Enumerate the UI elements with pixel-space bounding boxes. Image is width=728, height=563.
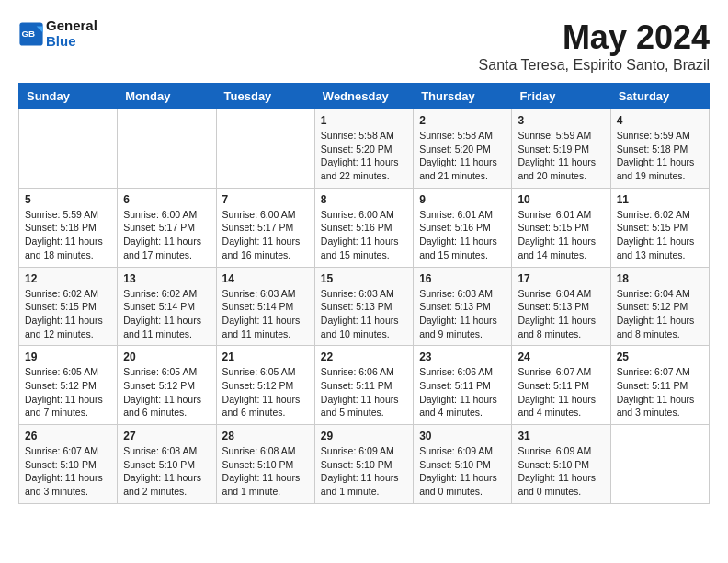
day-info: Sunrise: 6:02 AMSunset: 5:15 PMDaylight:…	[25, 287, 111, 341]
day-number: 9	[419, 193, 506, 206]
day-info: Sunrise: 6:07 AMSunset: 5:10 PMDaylight:…	[25, 444, 111, 499]
day-info: Sunrise: 6:00 AMSunset: 5:17 PMDaylight:…	[123, 208, 210, 262]
calendar-cell: 3Sunrise: 5:59 AMSunset: 5:19 PMDaylight…	[512, 109, 610, 189]
day-info: Sunrise: 6:03 AMSunset: 5:14 PMDaylight:…	[222, 287, 309, 341]
day-info: Sunrise: 6:04 AMSunset: 5:12 PMDaylight:…	[617, 287, 703, 341]
calendar-cell: 9Sunrise: 6:01 AMSunset: 5:16 PMDaylight…	[414, 188, 512, 267]
calendar-cell: 10Sunrise: 6:01 AMSunset: 5:15 PMDayligh…	[512, 188, 610, 267]
month-title: May 2024	[479, 18, 710, 57]
calendar-cell: 19Sunrise: 6:05 AMSunset: 5:12 PMDayligh…	[19, 346, 118, 425]
calendar-cell: 16Sunrise: 6:03 AMSunset: 5:13 PMDayligh…	[414, 267, 512, 346]
calendar-cell: 27Sunrise: 6:08 AMSunset: 5:10 PMDayligh…	[118, 425, 216, 504]
day-info: Sunrise: 6:05 AMSunset: 5:12 PMDaylight:…	[25, 365, 111, 419]
day-info: Sunrise: 5:58 AMSunset: 5:20 PMDaylight:…	[321, 129, 407, 183]
day-number: 6	[123, 193, 210, 206]
day-number: 21	[222, 350, 309, 363]
calendar-cell: 12Sunrise: 6:02 AMSunset: 5:15 PMDayligh…	[19, 267, 118, 346]
calendar-cell: 11Sunrise: 6:02 AMSunset: 5:15 PMDayligh…	[610, 188, 709, 267]
day-number: 25	[617, 350, 703, 363]
day-info: Sunrise: 5:58 AMSunset: 5:20 PMDaylight:…	[419, 129, 506, 183]
weekday-header-saturday: Saturday	[610, 84, 709, 109]
calendar-cell: 30Sunrise: 6:09 AMSunset: 5:10 PMDayligh…	[414, 425, 512, 504]
weekday-header-friday: Friday	[512, 84, 610, 109]
weekday-header-monday: Monday	[118, 84, 216, 109]
day-info: Sunrise: 6:08 AMSunset: 5:10 PMDaylight:…	[222, 444, 309, 499]
calendar-cell: 14Sunrise: 6:03 AMSunset: 5:14 PMDayligh…	[216, 267, 314, 346]
day-info: Sunrise: 6:09 AMSunset: 5:10 PMDaylight:…	[518, 444, 604, 499]
day-info: Sunrise: 6:09 AMSunset: 5:10 PMDaylight:…	[321, 444, 407, 499]
calendar-week-row: 26Sunrise: 6:07 AMSunset: 5:10 PMDayligh…	[19, 425, 710, 504]
day-number: 11	[617, 193, 703, 206]
weekday-header-sunday: Sunday	[19, 84, 118, 109]
weekday-header-wednesday: Wednesday	[314, 84, 413, 109]
day-info: Sunrise: 6:06 AMSunset: 5:11 PMDaylight:…	[321, 365, 407, 419]
calendar-cell	[19, 109, 118, 189]
day-number: 17	[518, 272, 604, 285]
day-info: Sunrise: 6:05 AMSunset: 5:12 PMDaylight:…	[222, 365, 309, 419]
day-number: 26	[25, 430, 111, 442]
day-number: 1	[321, 114, 407, 127]
day-info: Sunrise: 5:59 AMSunset: 5:18 PMDaylight:…	[617, 129, 703, 183]
day-info: Sunrise: 6:02 AMSunset: 5:14 PMDaylight:…	[123, 287, 210, 341]
day-number: 2	[419, 114, 506, 127]
day-number: 19	[25, 350, 111, 363]
day-number: 28	[222, 430, 309, 442]
weekday-header-row: SundayMondayTuesdayWednesdayThursdayFrid…	[19, 84, 710, 109]
day-info: Sunrise: 6:08 AMSunset: 5:10 PMDaylight:…	[123, 444, 210, 499]
calendar-cell: 2Sunrise: 5:58 AMSunset: 5:20 PMDaylight…	[414, 109, 512, 189]
calendar-cell	[610, 425, 709, 504]
calendar-cell: 25Sunrise: 6:07 AMSunset: 5:11 PMDayligh…	[610, 346, 709, 425]
location: Santa Teresa, Espirito Santo, Brazil	[479, 57, 710, 74]
day-info: Sunrise: 6:07 AMSunset: 5:11 PMDaylight:…	[617, 365, 703, 419]
logo: GB General Blue	[18, 18, 97, 49]
day-info: Sunrise: 6:03 AMSunset: 5:13 PMDaylight:…	[321, 287, 407, 341]
calendar-cell: 17Sunrise: 6:04 AMSunset: 5:13 PMDayligh…	[512, 267, 610, 346]
logo-text: General Blue	[46, 18, 97, 49]
day-number: 13	[123, 272, 210, 285]
day-number: 5	[25, 193, 111, 206]
day-number: 27	[123, 430, 210, 442]
day-info: Sunrise: 5:59 AMSunset: 5:18 PMDaylight:…	[25, 208, 111, 262]
calendar-cell: 5Sunrise: 5:59 AMSunset: 5:18 PMDaylight…	[19, 188, 118, 267]
weekday-header-thursday: Thursday	[414, 84, 512, 109]
day-info: Sunrise: 5:59 AMSunset: 5:19 PMDaylight:…	[518, 129, 604, 183]
day-number: 16	[419, 272, 506, 285]
calendar-cell: 18Sunrise: 6:04 AMSunset: 5:12 PMDayligh…	[610, 267, 709, 346]
day-number: 22	[321, 350, 407, 363]
page-header: GB General Blue May 2024 Santa Teresa, E…	[18, 18, 710, 74]
calendar-cell: 24Sunrise: 6:07 AMSunset: 5:11 PMDayligh…	[512, 346, 610, 425]
day-info: Sunrise: 6:01 AMSunset: 5:15 PMDaylight:…	[518, 208, 604, 262]
calendar-week-row: 19Sunrise: 6:05 AMSunset: 5:12 PMDayligh…	[19, 346, 710, 425]
calendar-cell: 28Sunrise: 6:08 AMSunset: 5:10 PMDayligh…	[216, 425, 314, 504]
day-info: Sunrise: 6:00 AMSunset: 5:16 PMDaylight:…	[321, 208, 407, 262]
day-number: 7	[222, 193, 309, 206]
calendar-cell: 6Sunrise: 6:00 AMSunset: 5:17 PMDaylight…	[118, 188, 216, 267]
day-info: Sunrise: 6:05 AMSunset: 5:12 PMDaylight:…	[123, 365, 210, 419]
calendar-cell: 13Sunrise: 6:02 AMSunset: 5:14 PMDayligh…	[118, 267, 216, 346]
day-number: 3	[518, 114, 604, 127]
day-info: Sunrise: 6:06 AMSunset: 5:11 PMDaylight:…	[419, 365, 506, 419]
day-info: Sunrise: 6:04 AMSunset: 5:13 PMDaylight:…	[518, 287, 604, 341]
day-number: 31	[518, 430, 604, 442]
calendar-cell: 22Sunrise: 6:06 AMSunset: 5:11 PMDayligh…	[314, 346, 413, 425]
day-info: Sunrise: 6:07 AMSunset: 5:11 PMDaylight:…	[518, 365, 604, 419]
calendar-cell	[118, 109, 216, 189]
day-number: 10	[518, 193, 604, 206]
day-number: 29	[321, 430, 407, 442]
calendar-week-row: 1Sunrise: 5:58 AMSunset: 5:20 PMDaylight…	[19, 109, 710, 189]
day-number: 4	[617, 114, 703, 127]
calendar-cell: 26Sunrise: 6:07 AMSunset: 5:10 PMDayligh…	[19, 425, 118, 504]
calendar-cell: 31Sunrise: 6:09 AMSunset: 5:10 PMDayligh…	[512, 425, 610, 504]
calendar-cell: 1Sunrise: 5:58 AMSunset: 5:20 PMDaylight…	[314, 109, 413, 189]
calendar-cell: 29Sunrise: 6:09 AMSunset: 5:10 PMDayligh…	[314, 425, 413, 504]
calendar-cell: 23Sunrise: 6:06 AMSunset: 5:11 PMDayligh…	[414, 346, 512, 425]
day-info: Sunrise: 6:03 AMSunset: 5:13 PMDaylight:…	[419, 287, 506, 341]
day-number: 15	[321, 272, 407, 285]
day-info: Sunrise: 6:09 AMSunset: 5:10 PMDaylight:…	[419, 444, 506, 499]
calendar-cell: 8Sunrise: 6:00 AMSunset: 5:16 PMDaylight…	[314, 188, 413, 267]
day-info: Sunrise: 6:00 AMSunset: 5:17 PMDaylight:…	[222, 208, 309, 262]
calendar-week-row: 5Sunrise: 5:59 AMSunset: 5:18 PMDaylight…	[19, 188, 710, 267]
title-section: May 2024 Santa Teresa, Espirito Santo, B…	[479, 18, 710, 74]
day-number: 12	[25, 272, 111, 285]
calendar-table: SundayMondayTuesdayWednesdayThursdayFrid…	[18, 83, 710, 504]
